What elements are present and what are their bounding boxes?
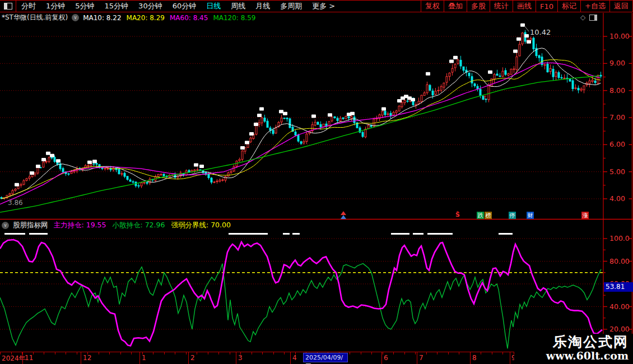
threshold-legend: 强弱分界线: 70.00 <box>171 221 230 230</box>
axis-tick <box>197 352 197 354</box>
period-tab-0[interactable]: 分时 <box>16 1 41 12</box>
period-tab-9[interactable]: 多周期 <box>275 1 307 12</box>
month-separator <box>139 352 140 364</box>
svg-text:9.00: 9.00 <box>609 59 625 67</box>
month-separator <box>381 352 382 364</box>
main-grid: 4.005.006.007.008.009.0010.00 <box>0 32 632 203</box>
watermark-site-name: 乐淘公式网 <box>514 334 629 350</box>
axis-tick <box>361 352 361 354</box>
axis-tick <box>230 352 230 354</box>
trading-app-window: 分时1分钟5分钟15分钟30分钟60分钟日线周线月线多周期更多 > 复权叠加多股… <box>0 0 633 364</box>
toolbar-button-5[interactable]: F10 <box>536 1 557 12</box>
retail-legend: 小散持仓: 72.96 <box>112 221 165 230</box>
svg-text:T: T <box>483 95 487 101</box>
watermark-url: www.60lt.com <box>514 350 629 362</box>
axis-tick <box>66 352 66 354</box>
axis-tick <box>393 352 394 354</box>
svg-text:6.00: 6.00 <box>609 140 625 148</box>
axis-tick <box>350 352 350 354</box>
period-tab-10[interactable]: 更多 > <box>307 1 340 12</box>
period-tab-5[interactable]: 60分钟 <box>167 1 202 12</box>
period-tabs: 分时1分钟5分钟15分钟30分钟60分钟日线周线月线多周期更多 > <box>16 1 340 12</box>
axis-tick <box>284 352 285 354</box>
axis-tick <box>371 352 372 354</box>
axis-tick <box>77 352 77 354</box>
layout-toggle-button[interactable] <box>0 1 16 12</box>
status-badge-3[interactable]: 财 <box>527 212 534 219</box>
month-separator <box>236 352 236 364</box>
axis-tick <box>175 352 175 354</box>
axis-tick <box>262 352 263 354</box>
svg-text:10.00: 10.00 <box>609 32 630 40</box>
axis-tick <box>44 352 44 354</box>
svg-text:3.86: 3.86 <box>8 199 23 207</box>
watermark: 乐淘公式网 www.60lt.com <box>514 334 633 364</box>
axis-tick <box>492 352 492 354</box>
indicator-lines <box>0 233 602 348</box>
month-separator <box>510 352 510 364</box>
month-label-6: 6 <box>384 354 388 362</box>
month-separator <box>290 352 291 364</box>
selected-date-badge: 2025/04/09/三 <box>303 353 348 362</box>
axis-tick <box>415 352 416 354</box>
divider-arrow-up-blue-icon <box>341 215 346 219</box>
axis-tick <box>481 352 481 354</box>
month-label-7: 7 <box>419 354 423 362</box>
status-badge-0[interactable]: 跌 <box>477 212 484 219</box>
indicator-title[interactable]: 股朋指标网 <box>13 221 48 230</box>
period-tab-2[interactable]: 5分钟 <box>70 1 99 12</box>
main-force-legend: 主力持仓: 19.55 <box>54 221 106 230</box>
month-separator <box>417 352 417 364</box>
axis-tick <box>383 352 383 354</box>
month-label-8: 8 <box>472 354 477 362</box>
period-tab-7[interactable]: 周线 <box>226 1 250 12</box>
month-separator <box>81 352 81 364</box>
axis-tick <box>426 352 427 354</box>
axis-tick <box>448 352 449 354</box>
period-tab-1[interactable]: 1分钟 <box>41 1 70 12</box>
candles <box>1 30 602 200</box>
period-tab-6[interactable]: 日线 <box>201 1 226 12</box>
axis-tick <box>109 352 110 354</box>
svg-text:4.00: 4.00 <box>609 194 625 203</box>
axis-tick <box>0 352 1 354</box>
axis-tick <box>186 352 187 354</box>
axis-tick <box>99 352 99 354</box>
svg-text:5.00: 5.00 <box>609 167 625 176</box>
chevron-down-icon[interactable]: ∨ <box>2 222 9 229</box>
cursor-value-badge: 53.81 <box>604 282 633 292</box>
svg-text:40.00: 40.00 <box>609 302 630 311</box>
svg-text:10.42: 10.42 <box>530 28 551 36</box>
split-layout-icon <box>4 3 12 10</box>
toolbar-button-3[interactable]: 统计 <box>490 1 513 12</box>
toolbar-button-6[interactable]: 标记 <box>557 1 580 12</box>
toolbar-button-2[interactable]: 多股 <box>467 1 490 12</box>
toolbar-button-8[interactable]: 返回 <box>609 1 633 12</box>
axis-tick <box>404 352 405 354</box>
month-separator <box>470 352 471 364</box>
month-separator <box>188 352 189 364</box>
svg-text:20.00: 20.00 <box>609 325 630 333</box>
period-tab-3[interactable]: 15分钟 <box>100 1 134 12</box>
svg-text:80.00: 80.00 <box>609 257 630 265</box>
svg-text:8.00: 8.00 <box>609 86 625 95</box>
axis-tick <box>131 352 132 354</box>
status-badge-4[interactable]: 涨 <box>581 212 589 219</box>
month-label-12: 12 <box>83 354 91 362</box>
toolbar-button-7[interactable]: +自选 <box>580 1 609 12</box>
s-status-icon[interactable]: Ŝ <box>455 211 460 218</box>
toolbar-button-1[interactable]: 叠加 <box>444 1 467 12</box>
candlestick-and-indicator-chart[interactable]: 4.005.006.007.008.009.0010.00T10.423.861… <box>0 12 633 352</box>
signal-marks: T10.423.86 <box>8 24 551 207</box>
axis-tick <box>502 352 503 354</box>
toolbar-button-4[interactable]: 画线 <box>513 1 536 12</box>
toolbar-spacer <box>340 1 421 12</box>
axis-tick <box>273 352 274 354</box>
toolbar-button-0[interactable]: 复权 <box>421 1 444 12</box>
period-tab-8[interactable]: 月线 <box>250 1 275 12</box>
status-badge-2[interactable]: 停 <box>509 212 516 219</box>
status-badge-1[interactable]: 榜 <box>485 212 492 219</box>
period-tab-4[interactable]: 30分钟 <box>133 1 167 12</box>
axis-tick <box>164 352 165 354</box>
axis-tick <box>252 352 252 354</box>
